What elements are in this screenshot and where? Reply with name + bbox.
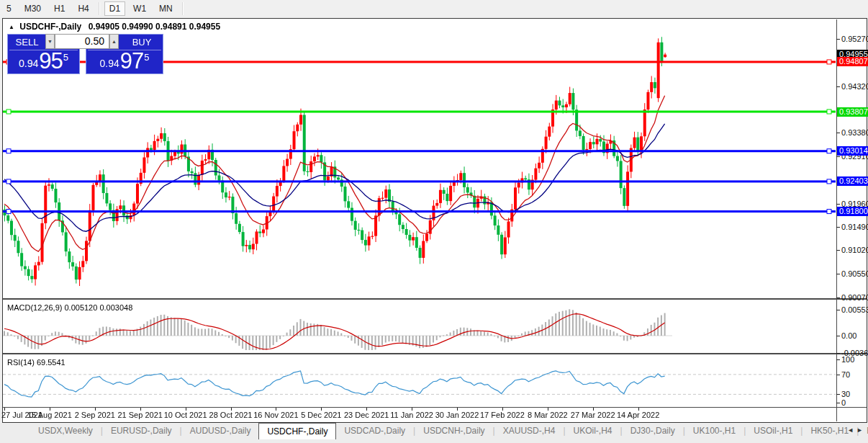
timeframe-toolbar: 5M30H1H4D1W1MN <box>0 0 868 17</box>
toolbar-separator <box>99 2 100 15</box>
price-axis-border <box>836 19 837 421</box>
tab-usdchf-daily[interactable]: USDCHF-,Daily <box>258 423 336 439</box>
macd-axis-tick-dash <box>836 336 840 336</box>
macd-axis-tick-label: 0.00 <box>841 331 856 340</box>
macd-label: MACD(12,26,9) 0.005120 0.003048 <box>7 303 132 312</box>
price-axis-tick-dash <box>836 156 840 157</box>
volume-increase-button[interactable]: ▲ <box>109 34 119 49</box>
rsi-axis-tick-label: 0 <box>841 398 846 407</box>
time-axis-label: 5 Dec 2021 <box>301 411 341 419</box>
buy-button-label: BUY <box>119 35 164 50</box>
rsi-axis-tick-label: 70 <box>841 370 850 379</box>
price-axis-tick-label: 0.90070 <box>841 293 868 302</box>
timeframe-5[interactable]: 5 <box>1 1 17 16</box>
blue-level-badge-1: 0.93014 <box>837 146 868 156</box>
tab-uk100-h1[interactable]: UK100-,H1 <box>685 423 743 439</box>
price-axis-tick-dash <box>836 227 840 228</box>
rsi-axis-tick-dash <box>836 359 840 360</box>
tab-usoil-h1[interactable]: USOil-,H1 <box>746 423 800 439</box>
blue-level-badge-2: 0.92403 <box>837 176 868 186</box>
price-axis-tick-label: 0.93380 <box>841 128 868 137</box>
price-axis-tick-label: 0.91490 <box>841 223 868 231</box>
buy-price: 0.94 97 5 <box>86 50 163 73</box>
price-axis-tick-dash <box>836 39 840 40</box>
tab-scroll-arrows: ◄► <box>847 426 866 434</box>
time-axis-label: 27 Mar 2022 <box>571 411 615 419</box>
price-axis-tick-label: 0.95270 <box>841 35 868 43</box>
tab-scroll-left-icon[interactable]: ◄ <box>847 426 856 434</box>
tab-usdx-weekly[interactable]: USDX,Weekly <box>30 423 101 439</box>
tab-ukoil-h4[interactable]: UKOil-,H4 <box>566 423 620 439</box>
rsi-axis-tick-dash <box>836 394 840 395</box>
chart-ohlc-quotes: 0.94905 0.94990 0.94891 0.94955 <box>89 22 221 32</box>
chart-symbol-label: USDCHF-,Daily <box>19 22 81 32</box>
tab-scroll-right-icon[interactable]: ► <box>856 426 866 434</box>
sell-price: 0.94 95 5 <box>8 50 79 73</box>
timeframe-h4[interactable]: H4 <box>73 1 94 16</box>
timeframe-mn[interactable]: MN <box>154 1 178 16</box>
sell-button-label: SELL <box>8 35 46 50</box>
time-axis-label: 17 Feb 2022 <box>480 411 525 419</box>
time-axis-label: 30 Jan 2022 <box>435 411 479 419</box>
tab-usdcad-daily[interactable]: USDCAD-,Daily <box>336 423 413 439</box>
rsi-axis-tick-dash <box>836 375 840 375</box>
macd-axis-tick-label: 0.005537 <box>841 305 868 314</box>
red-level-badge: 0.94807 <box>837 57 868 66</box>
tab-usdcnh-daily[interactable]: USDCNH-,Daily <box>415 423 492 439</box>
green-level-badge: 0.93807 <box>837 107 868 117</box>
panel-separator <box>3 407 867 408</box>
price-axis-tick-dash <box>836 204 840 205</box>
price-axis-tick-dash <box>836 86 840 87</box>
timeframe-h1[interactable]: H1 <box>49 1 70 16</box>
tab-eurusd-daily[interactable]: EURUSD-,Daily <box>103 423 180 439</box>
price-axis-tick-dash <box>836 133 840 133</box>
rsi-axis-tick-dash <box>836 403 840 403</box>
tab-xauusd-h4[interactable]: XAUUSD-,H4 <box>495 423 564 439</box>
tab-audusd-daily[interactable]: AUDUSD-,Daily <box>182 423 259 439</box>
time-axis-label: 8 Mar 2022 <box>528 411 568 419</box>
time-axis-label: 15 Aug 2021 <box>27 411 72 419</box>
toolbar-separator <box>182 2 184 15</box>
sell-price-sup: 5 <box>63 52 68 63</box>
timeframe-m30[interactable]: M30 <box>19 1 46 16</box>
time-axis-label: 21 Sep 2021 <box>117 411 162 419</box>
time-axis-label: 11 Jan 2022 <box>390 411 433 419</box>
time-axis-label: 14 Apr 2022 <box>617 411 659 419</box>
timeframe-d1[interactable]: D1 <box>104 1 125 16</box>
tab-dj30-daily[interactable]: DJ30-,Daily <box>623 423 683 439</box>
price-axis-tick-dash <box>836 274 840 274</box>
buy-price-sup: 5 <box>144 52 149 63</box>
price-axis-tick-dash <box>836 297 840 298</box>
blue-level-badge-3: 0.91800 <box>837 207 868 216</box>
trading-terminal: { "toolbar": { "items": [ {"label": "5",… <box>0 0 868 443</box>
macd-axis-tick-dash <box>836 310 840 310</box>
buy-price-big: 97 <box>120 50 143 72</box>
chart-title: ▲ USDCHF-,Daily 0.94905 0.94990 0.94891 … <box>9 22 220 32</box>
time-axis-label: 2 Sep 2021 <box>75 411 115 419</box>
sell-price-big: 95 <box>39 50 62 72</box>
rsi-axis-tick-label: 100 <box>841 355 854 364</box>
timeframe-w1[interactable]: W1 <box>128 1 151 16</box>
price-axis-tick-dash <box>836 250 840 251</box>
sell-price-base: 0.94 <box>19 58 38 69</box>
buy-price-base: 0.94 <box>100 58 119 69</box>
time-axis-label: 10 Oct 2021 <box>164 411 207 419</box>
time-axis-label: 23 Dec 2021 <box>344 411 389 419</box>
time-axis-label: 16 Nov 2021 <box>253 411 298 419</box>
volume-input[interactable]: 0.50 <box>55 34 109 49</box>
rsi-label: RSI(14) 69.5541 <box>7 358 65 367</box>
collapse-icon[interactable]: ▲ <box>9 24 14 30</box>
symbol-tab-bar: USDX,Weekly|EURUSD-,Daily|AUDUSD-,DailyU… <box>0 423 868 443</box>
price-axis-tick-label: 0.91020 <box>841 246 868 254</box>
macd-axis-tick-dash <box>836 353 840 354</box>
panel-separator[interactable] <box>3 298 867 300</box>
price-axis-tick-label: 0.94320 <box>841 82 868 91</box>
price-axis-tick-label: 0.90550 <box>841 269 868 278</box>
volume-control: ▼ 0.50 ▲ <box>45 34 119 49</box>
rsi-panel-canvas[interactable] <box>3 355 836 406</box>
panel-separator[interactable] <box>3 353 867 354</box>
volume-decrease-button[interactable]: ▼ <box>45 34 55 49</box>
time-axis-label: 28 Oct 2021 <box>209 411 253 419</box>
rsi-axis-tick-label: 30 <box>841 390 850 398</box>
